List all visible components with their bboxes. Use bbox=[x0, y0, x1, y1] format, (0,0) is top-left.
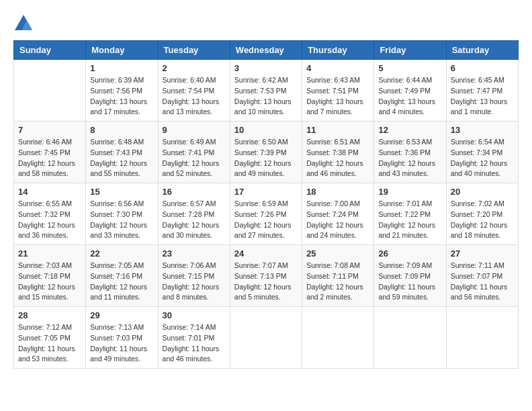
day-info: Sunrise: 7:12 AMSunset: 7:05 PMDaylight:… bbox=[18, 322, 81, 365]
day-number: 26 bbox=[378, 248, 441, 259]
calendar-cell: 27Sunrise: 7:11 AMSunset: 7:07 PMDayligh… bbox=[446, 245, 518, 307]
day-info: Sunrise: 6:54 AMSunset: 7:34 PMDaylight:… bbox=[451, 137, 514, 179]
calendar-cell: 11Sunrise: 6:51 AMSunset: 7:38 PMDayligh… bbox=[302, 122, 374, 183]
day-info: Sunrise: 6:43 AMSunset: 7:51 PMDaylight:… bbox=[306, 75, 369, 118]
day-info: Sunrise: 6:46 AMSunset: 7:45 PMDaylight:… bbox=[18, 137, 81, 179]
calendar-cell bbox=[446, 307, 518, 369]
day-number: 23 bbox=[163, 248, 226, 259]
day-number: 27 bbox=[451, 248, 514, 259]
day-number: 1 bbox=[90, 63, 153, 73]
calendar-cell: 23Sunrise: 7:06 AMSunset: 7:15 PMDayligh… bbox=[158, 245, 230, 307]
logo-icon bbox=[13, 13, 34, 34]
day-number: 16 bbox=[163, 187, 226, 197]
day-number: 13 bbox=[451, 125, 514, 135]
day-number: 7 bbox=[18, 125, 81, 135]
calendar-cell: 7Sunrise: 6:46 AMSunset: 7:45 PMDaylight… bbox=[14, 122, 86, 183]
calendar-cell: 8Sunrise: 6:48 AMSunset: 7:43 PMDaylight… bbox=[86, 122, 158, 183]
day-info: Sunrise: 7:07 AMSunset: 7:13 PMDaylight:… bbox=[234, 261, 298, 303]
day-number: 2 bbox=[163, 63, 226, 73]
header-saturday: Saturday bbox=[446, 41, 518, 60]
day-number: 22 bbox=[90, 248, 153, 259]
day-info: Sunrise: 7:01 AMSunset: 7:22 PMDaylight:… bbox=[378, 199, 441, 241]
calendar-cell: 25Sunrise: 7:08 AMSunset: 7:11 PMDayligh… bbox=[302, 245, 374, 307]
day-info: Sunrise: 6:53 AMSunset: 7:36 PMDaylight:… bbox=[378, 137, 441, 179]
header-monday: Monday bbox=[86, 41, 158, 60]
day-info: Sunrise: 6:39 AMSunset: 7:56 PMDaylight:… bbox=[90, 75, 153, 118]
day-info: Sunrise: 6:51 AMSunset: 7:38 PMDaylight:… bbox=[306, 137, 369, 179]
day-number: 6 bbox=[451, 63, 514, 73]
calendar-week-2: 7Sunrise: 6:46 AMSunset: 7:45 PMDaylight… bbox=[14, 122, 519, 183]
calendar-week-3: 14Sunrise: 6:55 AMSunset: 7:32 PMDayligh… bbox=[14, 183, 519, 245]
calendar-cell: 1Sunrise: 6:39 AMSunset: 7:56 PMDaylight… bbox=[86, 60, 158, 122]
header-thursday: Thursday bbox=[302, 41, 374, 60]
day-number: 3 bbox=[234, 63, 298, 73]
calendar-cell: 17Sunrise: 6:59 AMSunset: 7:26 PMDayligh… bbox=[230, 183, 302, 245]
calendar-cell: 2Sunrise: 6:40 AMSunset: 7:54 PMDaylight… bbox=[158, 60, 230, 122]
day-info: Sunrise: 6:59 AMSunset: 7:26 PMDaylight:… bbox=[234, 199, 298, 241]
page-header bbox=[13, 13, 519, 34]
day-number: 30 bbox=[163, 310, 226, 320]
header-wednesday: Wednesday bbox=[230, 41, 302, 60]
logo bbox=[13, 13, 36, 34]
calendar-cell: 14Sunrise: 6:55 AMSunset: 7:32 PMDayligh… bbox=[14, 183, 86, 245]
day-number: 20 bbox=[451, 187, 514, 197]
day-number: 10 bbox=[234, 125, 298, 135]
day-number: 15 bbox=[90, 187, 153, 197]
calendar-cell: 3Sunrise: 6:42 AMSunset: 7:53 PMDaylight… bbox=[230, 60, 302, 122]
day-info: Sunrise: 7:08 AMSunset: 7:11 PMDaylight:… bbox=[306, 261, 369, 303]
day-number: 24 bbox=[234, 248, 298, 259]
day-number: 9 bbox=[163, 125, 226, 135]
day-info: Sunrise: 6:49 AMSunset: 7:41 PMDaylight:… bbox=[163, 137, 226, 179]
header-tuesday: Tuesday bbox=[158, 41, 230, 60]
day-number: 14 bbox=[18, 187, 81, 197]
calendar-cell: 15Sunrise: 6:56 AMSunset: 7:30 PMDayligh… bbox=[86, 183, 158, 245]
calendar-cell: 6Sunrise: 6:45 AMSunset: 7:47 PMDaylight… bbox=[446, 60, 518, 122]
calendar-cell: 9Sunrise: 6:49 AMSunset: 7:41 PMDaylight… bbox=[158, 122, 230, 183]
day-info: Sunrise: 7:03 AMSunset: 7:18 PMDaylight:… bbox=[18, 261, 81, 303]
day-info: Sunrise: 6:40 AMSunset: 7:54 PMDaylight:… bbox=[163, 75, 226, 118]
calendar-cell: 4Sunrise: 6:43 AMSunset: 7:51 PMDaylight… bbox=[302, 60, 374, 122]
calendar-cell: 5Sunrise: 6:44 AMSunset: 7:49 PMDaylight… bbox=[374, 60, 446, 122]
calendar-table: SundayMondayTuesdayWednesdayThursdayFrid… bbox=[13, 40, 519, 369]
header-friday: Friday bbox=[374, 41, 446, 60]
day-number: 11 bbox=[306, 125, 369, 135]
calendar-cell bbox=[14, 60, 86, 122]
day-number: 8 bbox=[90, 125, 153, 135]
day-number: 17 bbox=[234, 187, 298, 197]
day-info: Sunrise: 7:13 AMSunset: 7:03 PMDaylight:… bbox=[90, 322, 153, 365]
calendar-week-5: 28Sunrise: 7:12 AMSunset: 7:05 PMDayligh… bbox=[14, 307, 519, 369]
day-info: Sunrise: 7:05 AMSunset: 7:16 PMDaylight:… bbox=[90, 261, 153, 303]
day-info: Sunrise: 7:09 AMSunset: 7:09 PMDaylight:… bbox=[378, 261, 441, 303]
calendar-cell: 20Sunrise: 7:02 AMSunset: 7:20 PMDayligh… bbox=[446, 183, 518, 245]
day-info: Sunrise: 6:45 AMSunset: 7:47 PMDaylight:… bbox=[451, 75, 514, 118]
day-info: Sunrise: 7:02 AMSunset: 7:20 PMDaylight:… bbox=[451, 199, 514, 241]
day-number: 29 bbox=[90, 310, 153, 320]
day-info: Sunrise: 6:42 AMSunset: 7:53 PMDaylight:… bbox=[234, 75, 298, 118]
calendar-cell: 18Sunrise: 7:00 AMSunset: 7:24 PMDayligh… bbox=[302, 183, 374, 245]
calendar-cell: 22Sunrise: 7:05 AMSunset: 7:16 PMDayligh… bbox=[86, 245, 158, 307]
calendar-cell: 12Sunrise: 6:53 AMSunset: 7:36 PMDayligh… bbox=[374, 122, 446, 183]
day-number: 25 bbox=[306, 248, 369, 259]
day-info: Sunrise: 6:50 AMSunset: 7:39 PMDaylight:… bbox=[234, 137, 298, 179]
calendar-cell: 21Sunrise: 7:03 AMSunset: 7:18 PMDayligh… bbox=[14, 245, 86, 307]
calendar-cell: 26Sunrise: 7:09 AMSunset: 7:09 PMDayligh… bbox=[374, 245, 446, 307]
day-info: Sunrise: 6:55 AMSunset: 7:32 PMDaylight:… bbox=[18, 199, 81, 241]
calendar-cell: 19Sunrise: 7:01 AMSunset: 7:22 PMDayligh… bbox=[374, 183, 446, 245]
calendar-cell: 16Sunrise: 6:57 AMSunset: 7:28 PMDayligh… bbox=[158, 183, 230, 245]
day-info: Sunrise: 6:48 AMSunset: 7:43 PMDaylight:… bbox=[90, 137, 153, 179]
calendar-week-4: 21Sunrise: 7:03 AMSunset: 7:18 PMDayligh… bbox=[14, 245, 519, 307]
calendar-week-1: 1Sunrise: 6:39 AMSunset: 7:56 PMDaylight… bbox=[14, 60, 519, 122]
calendar-cell: 30Sunrise: 7:14 AMSunset: 7:01 PMDayligh… bbox=[158, 307, 230, 369]
calendar-cell: 24Sunrise: 7:07 AMSunset: 7:13 PMDayligh… bbox=[230, 245, 302, 307]
calendar-cell bbox=[374, 307, 446, 369]
calendar-header-row: SundayMondayTuesdayWednesdayThursdayFrid… bbox=[14, 41, 519, 60]
calendar-cell: 28Sunrise: 7:12 AMSunset: 7:05 PMDayligh… bbox=[14, 307, 86, 369]
day-number: 4 bbox=[306, 63, 369, 73]
day-info: Sunrise: 7:00 AMSunset: 7:24 PMDaylight:… bbox=[306, 199, 369, 241]
calendar-cell bbox=[230, 307, 302, 369]
calendar-cell: 13Sunrise: 6:54 AMSunset: 7:34 PMDayligh… bbox=[446, 122, 518, 183]
day-number: 19 bbox=[378, 187, 441, 197]
day-info: Sunrise: 6:44 AMSunset: 7:49 PMDaylight:… bbox=[378, 75, 441, 118]
header-sunday: Sunday bbox=[14, 41, 86, 60]
calendar-cell bbox=[302, 307, 374, 369]
